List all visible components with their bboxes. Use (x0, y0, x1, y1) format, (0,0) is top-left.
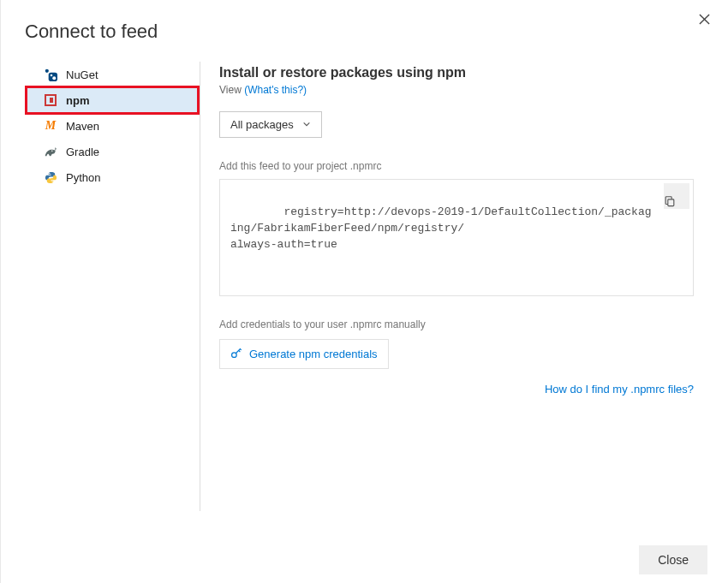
svg-line-12 (239, 350, 241, 352)
svg-line-13 (240, 349, 241, 350)
view-dropdown[interactable]: All packages (219, 111, 322, 138)
svg-rect-9 (668, 199, 674, 206)
maven-icon: M (44, 119, 57, 133)
svg-point-6 (51, 150, 53, 152)
dialog-title: Connect to feed (1, 0, 728, 43)
generate-credentials-button[interactable]: Generate npm credentials (219, 339, 389, 369)
section-label-project-npmrc: Add this feed to your project .npmrc (219, 160, 694, 172)
npmrc-code-block: registry=http://devops-2019-1/DefaultCol… (219, 179, 694, 296)
svg-point-4 (50, 74, 52, 76)
sidebar-item-label: Maven (66, 120, 99, 133)
sidebar-item-label: NuGet (66, 68, 98, 81)
help-link[interactable]: How do I find my .npmrc files? (219, 383, 694, 396)
npm-icon (44, 93, 57, 107)
chevron-down-icon (302, 118, 311, 131)
copy-button[interactable] (664, 183, 689, 209)
svg-rect-3 (48, 72, 57, 80)
svg-point-8 (51, 181, 52, 181)
divider (200, 62, 200, 511)
svg-point-7 (49, 172, 50, 173)
dropdown-label: All packages (230, 118, 294, 131)
copy-icon (664, 163, 689, 229)
generate-credentials-label: Generate npm credentials (249, 348, 378, 360)
close-button[interactable]: Close (639, 545, 707, 574)
npmrc-code-text: registry=http://devops-2019-1/DefaultCol… (230, 205, 652, 251)
sidebar-item-npm[interactable]: npm (27, 87, 198, 113)
gradle-icon (44, 145, 57, 158)
sidebar-item-python[interactable]: Python (27, 164, 198, 190)
svg-point-5 (52, 76, 56, 80)
view-label: View (219, 84, 242, 96)
sidebar-item-nuget[interactable]: NuGet (27, 62, 198, 87)
sidebar-item-label: npm (66, 94, 89, 107)
whats-this-link[interactable]: (What's this?) (244, 84, 307, 96)
svg-point-2 (45, 68, 48, 72)
key-icon (230, 347, 242, 361)
sidebar-item-maven[interactable]: M Maven (27, 113, 198, 139)
close-icon[interactable] (692, 7, 716, 31)
sidebar-item-label: Python (66, 171, 100, 184)
section-label-credentials: Add credentials to your user .npmrc manu… (219, 318, 694, 330)
nuget-icon (44, 68, 57, 81)
sidebar: NuGet npm M Maven Gradle Python (3, 62, 198, 525)
main-heading: Install or restore packages using npm (219, 65, 694, 80)
sidebar-item-gradle[interactable]: Gradle (27, 139, 198, 164)
python-icon (44, 170, 57, 184)
sidebar-item-label: Gradle (66, 146, 99, 158)
